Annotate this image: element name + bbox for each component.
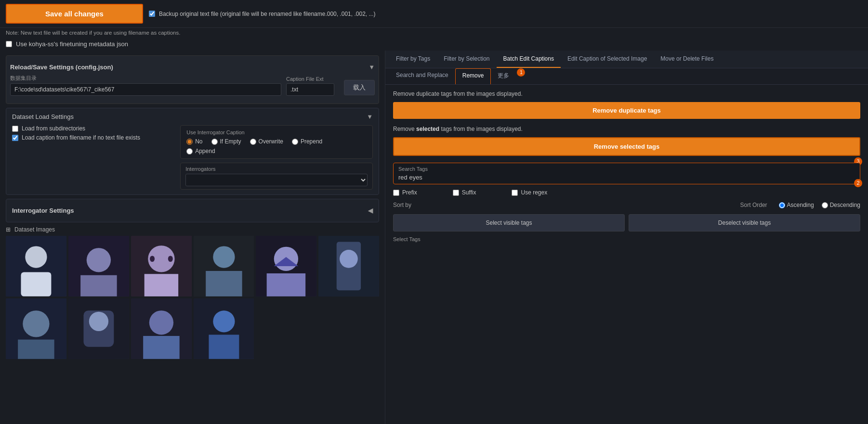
radio-overwrite-label: Overwrite bbox=[259, 138, 283, 145]
note-row: Note: New text file will be created if y… bbox=[0, 28, 868, 38]
dataset-dir-input[interactable] bbox=[10, 83, 281, 96]
caption-row: 数据集目录 Caption File Ext 载入 bbox=[10, 75, 375, 96]
collapse-icon: ▼ bbox=[368, 64, 375, 71]
svg-rect-8 bbox=[144, 274, 178, 296]
svg-rect-13 bbox=[206, 271, 242, 296]
radio-no[interactable]: No bbox=[186, 138, 202, 145]
image-grid bbox=[6, 236, 379, 359]
radio-prepend-label: Prepend bbox=[301, 138, 322, 145]
backup-checkbox[interactable] bbox=[149, 11, 155, 17]
subdir-row: Load from subdirectories bbox=[12, 125, 172, 132]
left-panel: Reload/Save Settings (config.json) ▼ 数据集… bbox=[0, 51, 385, 424]
sort-by-label: Sort by bbox=[393, 202, 417, 208]
subtab-remove[interactable]: Remove bbox=[455, 68, 491, 84]
svg-rect-28 bbox=[143, 336, 180, 359]
selected-bold: selected bbox=[416, 126, 439, 132]
prefix-label[interactable]: Prefix bbox=[393, 189, 417, 196]
ascending-radio[interactable] bbox=[779, 202, 785, 208]
subdir-checkbox[interactable] bbox=[12, 126, 18, 132]
tab-edit-caption-selected[interactable]: Edit Caption of Selected Image bbox=[561, 51, 654, 68]
radio-append[interactable]: Append bbox=[186, 148, 367, 154]
kohya-checkbox[interactable] bbox=[6, 41, 12, 47]
svg-point-25 bbox=[89, 312, 108, 331]
suffix-checkbox[interactable] bbox=[453, 190, 459, 196]
image-item[interactable] bbox=[6, 298, 66, 359]
image-item[interactable] bbox=[68, 298, 129, 359]
image-item[interactable] bbox=[131, 298, 192, 359]
image-item[interactable] bbox=[6, 236, 66, 296]
image-item[interactable] bbox=[318, 236, 379, 296]
radio-if-empty[interactable]: If Empty bbox=[211, 138, 241, 145]
sort-row: Sort by Sort Order Ascending Descending bbox=[393, 202, 860, 208]
regex-text: Use regex bbox=[521, 189, 547, 196]
right-panel: Filter by Tags Filter by Selection Batch… bbox=[385, 51, 868, 424]
radio-no-label: No bbox=[195, 138, 202, 145]
image-item[interactable] bbox=[256, 236, 316, 296]
expand-icon[interactable]: ⊞ bbox=[6, 226, 11, 233]
dataset-load-collapse[interactable]: ▼ bbox=[367, 113, 373, 120]
interrogators-select[interactable] bbox=[185, 174, 368, 186]
radio-append-input[interactable] bbox=[186, 148, 193, 154]
radio-overwrite-input[interactable] bbox=[250, 139, 256, 145]
top-bar: Save all changes Backup original text fi… bbox=[0, 0, 868, 28]
svg-point-19 bbox=[340, 250, 358, 268]
select-visible-tags-btn[interactable]: Select visible tags bbox=[393, 214, 625, 231]
radio-append-label: Append bbox=[195, 148, 215, 154]
duplicate-info: Remove duplicate tags from the images di… bbox=[393, 90, 860, 97]
interrogator-settings-header[interactable]: Interrogator Settings ◀ bbox=[12, 203, 373, 218]
use-interrogator-label: Use Interrogator Caption bbox=[186, 129, 367, 135]
subtab-search-replace[interactable]: Search and Replace bbox=[389, 68, 455, 84]
radio-no-input[interactable] bbox=[186, 139, 193, 145]
svg-point-21 bbox=[23, 310, 49, 337]
descending-text: Descending bbox=[830, 202, 860, 208]
descending-label[interactable]: Descending bbox=[822, 202, 860, 208]
append-row: Append bbox=[186, 148, 367, 154]
badge-1: 1 bbox=[517, 68, 525, 77]
ascending-label[interactable]: Ascending bbox=[779, 202, 814, 208]
dataset-load-title: Dataset Load Settings bbox=[12, 113, 74, 120]
subtab-more[interactable]: 更多 bbox=[491, 68, 516, 84]
image-item[interactable] bbox=[68, 236, 129, 296]
svg-point-10 bbox=[168, 256, 172, 262]
remove-selected-btn[interactable]: Remove selected tags bbox=[393, 137, 860, 156]
tab-batch-edit-captions[interactable]: Batch Edit Captions bbox=[497, 51, 561, 68]
save-button[interactable]: Save all changes bbox=[6, 4, 143, 24]
visible-tags-row: Select visible tags Deselect visible tag… bbox=[393, 214, 860, 231]
deselect-visible-tags-btn[interactable]: Deselect visible tags bbox=[629, 214, 860, 231]
remove-duplicate-btn[interactable]: Remove duplicate tags bbox=[393, 102, 860, 119]
prefix-checkbox[interactable] bbox=[393, 190, 399, 196]
settings-title: Reload/Save Settings (config.json) bbox=[10, 64, 113, 71]
left-checks: Load from subdirectories Load caption fr… bbox=[12, 125, 172, 190]
tab-filter-by-tags[interactable]: Filter by Tags bbox=[389, 51, 437, 68]
svg-rect-16 bbox=[267, 273, 306, 296]
radio-overwrite[interactable]: Overwrite bbox=[250, 138, 283, 145]
load-caption-checkbox[interactable] bbox=[12, 135, 18, 141]
checkbox-row: Prefix Suffix Use regex bbox=[393, 189, 860, 196]
suffix-text: Suffix bbox=[462, 189, 476, 196]
radio-prepend[interactable]: Prepend bbox=[292, 138, 322, 145]
subtab-bar: Search and Replace Remove 更多 1 bbox=[385, 68, 868, 85]
image-item[interactable] bbox=[194, 298, 254, 359]
use-interrogator-box: Use Interrogator Caption No If Empty bbox=[180, 125, 373, 159]
dataset-load-section: Dataset Load Settings ▼ Load from subdir… bbox=[6, 108, 379, 195]
dataset-images-header: ⊞ Dataset Images bbox=[6, 226, 379, 233]
search-tags-wrap: Search Tags 2 bbox=[393, 163, 860, 184]
suffix-label[interactable]: Suffix bbox=[453, 189, 476, 196]
load-button[interactable]: 载入 bbox=[344, 80, 375, 95]
image-item[interactable] bbox=[131, 236, 192, 296]
svg-rect-31 bbox=[209, 334, 239, 359]
regex-checkbox[interactable] bbox=[512, 190, 518, 196]
settings-header[interactable]: Reload/Save Settings (config.json) ▼ bbox=[10, 60, 375, 75]
caption-ext-input[interactable] bbox=[286, 83, 334, 96]
image-item[interactable] bbox=[194, 236, 254, 296]
tab-move-delete-files[interactable]: Move or Delete Files bbox=[654, 51, 720, 68]
ascending-text: Ascending bbox=[787, 202, 814, 208]
regex-label[interactable]: Use regex bbox=[512, 189, 547, 196]
search-tags-input[interactable] bbox=[398, 174, 855, 181]
radio-if-empty-input[interactable] bbox=[211, 139, 218, 145]
svg-rect-5 bbox=[80, 275, 117, 296]
descending-radio[interactable] bbox=[822, 202, 828, 208]
interrogators-box: Interrogators bbox=[180, 163, 373, 190]
tab-filter-by-selection[interactable]: Filter by Selection bbox=[437, 51, 496, 68]
radio-prepend-input[interactable] bbox=[292, 139, 298, 145]
